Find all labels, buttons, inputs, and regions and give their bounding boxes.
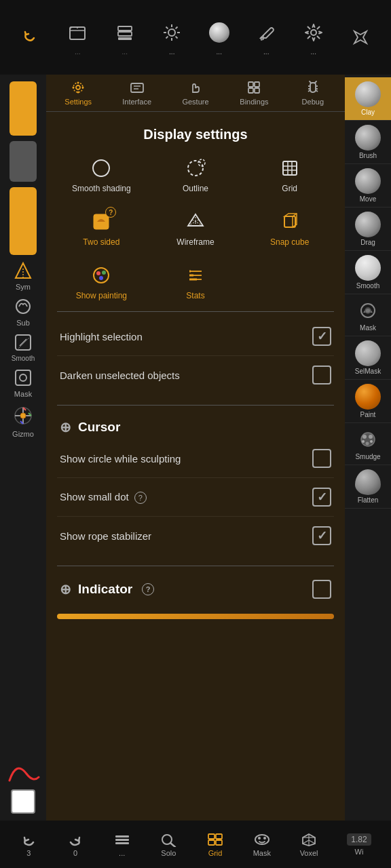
mask-label: Mask — [360, 324, 376, 332]
svg-line-84 — [170, 843, 175, 847]
darken-unselected-checkbox[interactable] — [312, 366, 331, 384]
right-tool-smudge[interactable]: Smudge — [345, 423, 391, 465]
bottom-redo[interactable]: 0 — [67, 832, 84, 857]
svg-point-72 — [102, 271, 106, 275]
smudge-icon — [356, 427, 380, 452]
show-rope-row[interactable]: Show rope stabilizer — [57, 516, 334, 555]
show-painting-cell[interactable]: Show painting — [57, 258, 146, 306]
svg-line-52 — [308, 90, 310, 92]
two-sided-cell[interactable]: ? Two sided — [57, 204, 146, 252]
smooth-shading-cell[interactable]: Smooth shading — [57, 151, 146, 199]
left-smooth[interactable]: Smooth — [5, 332, 41, 362]
show-small-dot-checkbox[interactable] — [312, 488, 331, 507]
grid-label: Grid — [208, 849, 223, 857]
show-painting-label: Show painting — [76, 291, 127, 300]
grid-label: Grid — [282, 184, 297, 193]
clay-ball-icon — [355, 81, 381, 107]
toolbar-material[interactable]: ... — [206, 20, 232, 56]
svg-point-38 — [77, 92, 79, 94]
divider-2 — [57, 405, 334, 406]
tab-gesture[interactable]: Gesture — [166, 75, 225, 111]
right-tool-smooth[interactable]: Smooth — [345, 251, 391, 294]
cursor-title: Cursor — [78, 420, 120, 435]
tab-settings[interactable]: Settings — [49, 75, 107, 111]
bottom-grid[interactable]: Grid — [206, 832, 224, 857]
lighting-dots: ... — [169, 48, 174, 56]
bottom-mask[interactable]: Mask — [253, 832, 271, 857]
bottom-version[interactable]: 1.82 Wi — [347, 833, 371, 856]
right-tool-brush[interactable]: Brush — [345, 121, 391, 164]
svg-point-40 — [82, 87, 84, 89]
show-rope-checkbox[interactable] — [312, 526, 331, 545]
toolbar-undo[interactable] — [18, 24, 43, 50]
highlight-selection-checkbox[interactable] — [312, 327, 331, 346]
tab-interface[interactable]: Interface — [107, 75, 166, 111]
right-tool-drag[interactable]: Drag — [345, 208, 391, 251]
color-swatch-2[interactable] — [5, 141, 41, 182]
wireframe-cell[interactable]: Wireframe — [151, 204, 240, 252]
highlight-selection-row[interactable]: Highlight selection — [57, 317, 334, 355]
right-tool-move[interactable]: Move — [345, 164, 391, 208]
svg-line-10 — [176, 36, 178, 38]
color-swatch-1[interactable] — [5, 81, 41, 136]
toolbar-files[interactable]: ... — [64, 20, 90, 56]
bottom-gradient — [57, 614, 334, 619]
svg-point-34 — [366, 442, 369, 446]
brush-stroke[interactable] — [5, 757, 41, 784]
left-sub[interactable]: Sub — [5, 296, 41, 327]
bottom-undo[interactable]: 3 — [20, 832, 37, 857]
svg-line-53 — [316, 90, 318, 92]
right-tool-paint[interactable]: Paint — [345, 380, 391, 423]
right-tool-selmask[interactable]: SelMask — [345, 336, 391, 380]
svg-point-35 — [76, 85, 80, 90]
svg-point-37 — [77, 82, 79, 84]
svg-rect-80 — [115, 835, 129, 837]
tab-bindings[interactable]: Bindings — [225, 75, 283, 111]
show-circle-row[interactable]: Show circle while sculpting — [57, 439, 334, 477]
show-small-dot-help: ? — [134, 492, 147, 504]
svg-rect-41 — [131, 83, 143, 92]
grid-cell[interactable]: Grid — [245, 151, 334, 199]
white-square[interactable] — [5, 789, 41, 814]
svg-rect-44 — [248, 82, 253, 87]
bottom-voxel[interactable]: Voxel — [300, 832, 318, 857]
svg-point-36 — [73, 83, 83, 92]
tab-debug[interactable]: Debug — [284, 75, 342, 111]
svg-line-96 — [309, 840, 315, 844]
bottom-toolbar: 3 0 ... Solo Grid — [0, 821, 391, 868]
toolbar-lighting[interactable]: ... — [159, 20, 185, 56]
bottom-menu[interactable]: ... — [113, 832, 131, 857]
svg-marker-14 — [16, 263, 31, 278]
divider-3 — [57, 566, 334, 566]
redo-count: 0 — [73, 849, 77, 857]
darken-unselected-row[interactable]: Darken unselected objects — [57, 355, 334, 394]
left-gizmo[interactable]: Gizmo — [5, 403, 41, 438]
stats-cell[interactable]: Stats — [151, 258, 240, 306]
snap-cube-cell[interactable]: Snap cube — [245, 204, 334, 252]
right-tool-clay[interactable]: Clay — [345, 77, 391, 121]
toolbar-tools[interactable] — [348, 24, 373, 50]
mask-label: Mask — [253, 849, 271, 857]
show-circle-checkbox[interactable] — [312, 449, 331, 468]
darken-unselected-label: Darken unselected objects — [60, 370, 180, 381]
svg-point-90 — [258, 837, 261, 840]
outline-cell[interactable]: Outline — [151, 151, 240, 199]
indicator-checkbox[interactable] — [312, 580, 331, 599]
toolbar-pen[interactable]: ... — [253, 20, 279, 56]
right-tool-flatten[interactable]: Flatten — [345, 465, 391, 509]
bottom-solo[interactable]: Solo — [160, 832, 177, 857]
pen-dots: ... — [263, 48, 269, 56]
left-mask[interactable]: Mask — [5, 368, 41, 398]
clay-label: Clay — [361, 108, 375, 116]
svg-point-31 — [369, 435, 373, 439]
toolbar-layers[interactable]: ... — [112, 20, 138, 56]
svg-line-95 — [303, 840, 309, 844]
color-swatch-3[interactable] — [5, 187, 41, 255]
show-small-dot-row[interactable]: Show small dot ? — [57, 477, 334, 516]
mask-icon — [356, 298, 380, 323]
left-sym[interactable]: Sym — [5, 260, 41, 291]
right-tool-mask[interactable]: Mask — [345, 294, 391, 336]
menu-dots: ... — [119, 849, 125, 857]
toolbar-settings[interactable]: ... — [301, 20, 327, 56]
indicator-title: Indicator — [78, 582, 132, 597]
